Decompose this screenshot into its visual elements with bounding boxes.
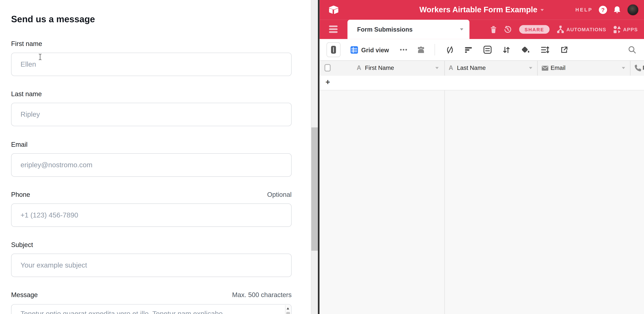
sort-icon <box>503 46 510 54</box>
search-icon <box>628 46 637 54</box>
view-name: Grid view <box>361 46 389 53</box>
group-icon <box>484 46 492 54</box>
message-scrollbar[interactable] <box>285 305 291 314</box>
row-height-icon <box>541 46 549 54</box>
email-label: Email <box>11 141 28 148</box>
apps-icon <box>613 26 621 33</box>
first-name-label: First name <box>11 40 42 48</box>
help-button[interactable]: HELP <box>576 7 593 13</box>
search-button[interactable] <box>628 46 637 54</box>
plus-icon: + <box>326 78 330 87</box>
apps-button[interactable]: APPS <box>613 26 638 33</box>
automations-label: AUTOMATIONS <box>566 27 606 32</box>
filter-button[interactable] <box>465 46 472 54</box>
column-chevron-icon[interactable] <box>622 67 625 69</box>
group-button[interactable] <box>484 46 492 54</box>
column-header-email[interactable]: Email <box>537 61 630 76</box>
table-tabs-bar: Form Submissions SHARE <box>319 20 644 39</box>
left-pane-scrollbar-thumb[interactable] <box>311 127 318 251</box>
grid-body <box>319 90 644 314</box>
hide-fields-button[interactable] <box>446 46 454 54</box>
toolbar-divider <box>434 44 435 55</box>
automations-icon <box>557 26 564 33</box>
trash-icon[interactable] <box>490 26 497 33</box>
bell-icon[interactable] <box>613 6 621 14</box>
column-header-first-name[interactable]: A First Name <box>319 61 444 76</box>
grid-view-button[interactable]: Grid view <box>350 46 389 54</box>
views-sidebar-toggle[interactable] <box>326 42 340 57</box>
collaborators-icon <box>416 46 426 54</box>
email-field-type-icon <box>542 66 548 71</box>
chevron-down-icon <box>540 9 544 11</box>
column-header-last-name[interactable]: A Last Name <box>444 61 537 76</box>
tab-form-submissions[interactable]: Form Submissions <box>347 20 469 39</box>
tab-label: Form Submissions <box>357 20 412 39</box>
apps-label: APPS <box>623 27 638 32</box>
message-scrollbar-thumb[interactable] <box>286 312 290 314</box>
table-header-row: A First Name A Last Name Email <box>319 61 644 76</box>
first-name-input[interactable] <box>11 53 292 76</box>
text-field-type-icon: A <box>449 64 453 71</box>
share-view-button[interactable] <box>560 46 568 54</box>
message-text: Tenetur optio quaerat expedita vero et i… <box>20 310 280 314</box>
view-toolbar: Grid view <box>319 39 644 61</box>
subject-input[interactable] <box>11 253 292 277</box>
window-divider <box>318 0 319 314</box>
screenshot-root: Send us a message First name Last name E… <box>0 0 644 314</box>
share-button[interactable]: SHARE <box>519 25 550 34</box>
tab-chevron-down-icon <box>460 28 463 31</box>
scroll-up-arrow-icon[interactable] <box>287 307 289 309</box>
last-name-label: Last name <box>11 90 42 98</box>
select-all-checkbox[interactable] <box>324 64 330 71</box>
automations-button[interactable]: AUTOMATIONS <box>557 26 606 33</box>
phone-field-type-icon <box>634 65 641 72</box>
message-label: Message <box>11 291 38 299</box>
text-field-type-icon: A <box>357 64 361 71</box>
message-textarea[interactable]: Tenetur optio quaerat expedita vero et i… <box>11 304 292 314</box>
subject-label: Subject <box>11 241 33 248</box>
color-button[interactable] <box>521 46 530 54</box>
sort-button[interactable] <box>503 46 510 54</box>
view-options-button[interactable] <box>400 49 408 51</box>
filter-icon <box>465 46 472 54</box>
column-chevron-icon[interactable] <box>435 67 438 69</box>
add-record-row[interactable]: + <box>319 76 644 91</box>
contact-form-pane: Send us a message First name Last name E… <box>0 0 305 314</box>
share-view-icon <box>560 46 568 54</box>
user-avatar[interactable] <box>627 4 638 16</box>
airtable-pane: Workers Airtable Form Example HELP ? For… <box>319 0 644 314</box>
color-icon <box>521 46 530 54</box>
column-header-phone[interactable]: P <box>630 61 644 76</box>
text-cursor-icon <box>38 54 42 61</box>
primary-column-separator <box>444 90 444 314</box>
column-chevron-icon[interactable] <box>529 67 532 69</box>
message-maxchars-hint: Max. 500 characters <box>232 291 292 299</box>
help-question-icon[interactable]: ? <box>599 6 607 14</box>
airtable-topbar: Workers Airtable Form Example HELP ? <box>319 0 644 20</box>
last-name-input[interactable] <box>11 103 292 126</box>
left-pane-scrollbar[interactable] <box>311 0 318 314</box>
dots-menu-icon <box>400 49 408 51</box>
history-icon[interactable] <box>504 25 512 34</box>
collaborators-button[interactable] <box>416 46 426 54</box>
base-title: Workers Airtable Form Example <box>420 5 537 14</box>
phone-input[interactable] <box>11 203 292 227</box>
hide-fields-icon <box>446 46 454 54</box>
email-input[interactable] <box>11 153 292 177</box>
share-label: SHARE <box>524 27 544 32</box>
phone-optional-hint: Optional <box>267 191 292 198</box>
form-heading: Send us a message <box>11 14 95 25</box>
grid-view-icon <box>350 46 358 54</box>
row-height-button[interactable] <box>541 46 549 54</box>
hamburger-menu-icon[interactable] <box>329 26 338 33</box>
phone-label: Phone <box>11 191 30 198</box>
